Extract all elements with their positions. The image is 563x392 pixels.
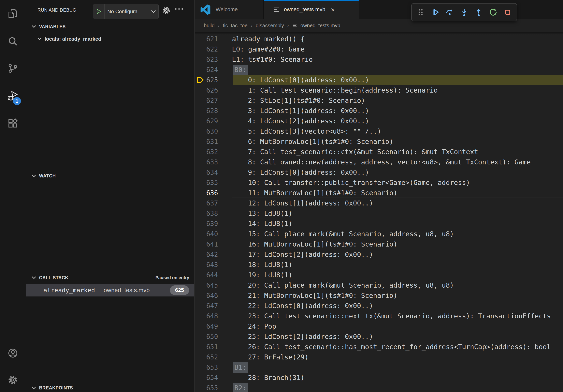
debug-settings-gear-icon[interactable]	[162, 6, 171, 15]
account-icon[interactable]	[7, 348, 18, 359]
gutter[interactable]: 622	[195, 44, 225, 54]
code-line-650[interactable]: 65025: LdConst[2](address: 0x00..)	[195, 331, 563, 342]
gutter[interactable]: 638	[195, 208, 225, 219]
code-editor[interactable]: 621already_marked() {622L0: game#2#0: Ga…	[195, 32, 563, 392]
line-number[interactable]: 651	[206, 343, 218, 351]
code-line-630[interactable]: 6305: LdConst[3](vector<u8>: "" /..)	[195, 126, 563, 136]
line-number[interactable]: 631	[206, 138, 218, 145]
gutter[interactable]: 621	[195, 34, 225, 44]
line-number[interactable]: 625	[206, 76, 218, 84]
tab-welcome[interactable]: Welcome	[195, 0, 264, 19]
code-line-646[interactable]: 64621: MutBorrowLoc[1](ts#1#0: Scenario)	[195, 290, 563, 301]
line-number[interactable]: 642	[206, 251, 218, 258]
code-line-644[interactable]: 64419: LdU8(1)	[195, 270, 563, 280]
code-line-653[interactable]: 653B1:	[195, 362, 563, 372]
line-number[interactable]: 635	[206, 179, 218, 186]
gutter[interactable]: 635	[195, 177, 225, 188]
code-line-623[interactable]: 623L1: ts#1#0: Scenario	[195, 54, 563, 65]
gutter[interactable]: 632	[195, 147, 225, 157]
gutter[interactable]: 628	[195, 105, 225, 116]
gutter[interactable]: 650	[195, 331, 225, 342]
code-line-624[interactable]: 624B0:	[195, 65, 563, 75]
gutter[interactable]: 630	[195, 126, 225, 136]
line-number[interactable]: 648	[206, 312, 218, 320]
gutter[interactable]: 652	[195, 352, 225, 362]
gutter[interactable]: 634	[195, 167, 225, 177]
code-line-625[interactable]: 6250: LdConst[0](address: 0x00..)	[195, 75, 563, 85]
gutter[interactable]: 641	[195, 239, 225, 249]
code-line-627[interactable]: 6272: StLoc[1](ts#1#0: Scenario)	[195, 95, 563, 105]
gutter[interactable]: 624	[195, 65, 225, 75]
step-over-button[interactable]	[444, 7, 455, 18]
continue-button[interactable]	[430, 7, 441, 18]
gutter[interactable]: 631	[195, 136, 225, 147]
line-number[interactable]: 652	[206, 353, 218, 361]
code-line-640[interactable]: 64015: Call place_mark(&mut Scenario, ad…	[195, 229, 563, 239]
code-line-641[interactable]: 64116: MutBorrowLoc[1](ts#1#0: Scenario)	[195, 239, 563, 249]
gutter[interactable]: 654	[195, 372, 225, 383]
breadcrumb-item[interactable]: build	[204, 23, 215, 29]
restart-button[interactable]	[488, 7, 499, 18]
code-line-628[interactable]: 6283: LdConst[1](address: 0x00..)	[195, 105, 563, 116]
code-line-633[interactable]: 6338: Call owned::new(address, address, …	[195, 157, 563, 167]
code-line-621[interactable]: 621already_marked() {	[195, 34, 563, 44]
code-line-622[interactable]: 622L0: game#2#0: Game	[195, 44, 563, 54]
line-number[interactable]: 622	[206, 45, 218, 53]
more-actions-icon[interactable]	[175, 8, 183, 10]
extensions-icon[interactable]	[7, 118, 18, 129]
code-line-643[interactable]: 64318: LdU8(1)	[195, 260, 563, 270]
code-line-651[interactable]: 65126: Call test_scenario::has_most_rece…	[195, 342, 563, 352]
gutter[interactable]: 655	[195, 383, 225, 392]
variables-section-header[interactable]: VARIABLES	[26, 22, 194, 31]
gutter[interactable]: 648	[195, 311, 225, 321]
gutter[interactable]: 653	[195, 362, 225, 372]
line-number[interactable]: 650	[206, 333, 218, 340]
gutter[interactable]: 644	[195, 270, 225, 280]
gutter[interactable]: 645	[195, 280, 225, 290]
close-icon[interactable]: ×	[331, 6, 335, 13]
watch-section-header[interactable]: WATCH	[26, 171, 194, 180]
line-number[interactable]: 645	[206, 281, 218, 289]
line-number[interactable]: 654	[206, 374, 218, 381]
code-line-648[interactable]: 64823: Call test_scenario::next_tx(&mut …	[195, 311, 563, 321]
line-number[interactable]: 644	[206, 271, 218, 279]
stop-button[interactable]	[502, 7, 513, 18]
code-line-655[interactable]: 655B2:	[195, 383, 563, 392]
gutter[interactable]: 643	[195, 260, 225, 270]
code-line-654[interactable]: 65428: Branch(31)	[195, 372, 563, 383]
line-number[interactable]: 628	[206, 107, 218, 115]
line-number[interactable]: 626	[206, 86, 218, 94]
code-line-629[interactable]: 6294: LdConst[2](address: 0x00..)	[195, 116, 563, 126]
code-line-637[interactable]: 63712: LdConst[1](address: 0x00..)	[195, 198, 563, 208]
start-debug-button[interactable]	[93, 4, 104, 19]
breadcrumb-item[interactable]: tic_tac_toe	[223, 23, 248, 29]
gutter[interactable]: 647	[195, 301, 225, 311]
line-number[interactable]: 627	[206, 97, 218, 105]
gutter[interactable]: 646	[195, 290, 225, 301]
line-number[interactable]: 621	[206, 35, 218, 43]
variables-scope-row[interactable]: locals: already_marked	[26, 34, 194, 44]
gutter[interactable]: 640	[195, 229, 225, 239]
code-line-649[interactable]: 64924: Pop	[195, 321, 563, 331]
settings-gear-icon[interactable]	[7, 374, 18, 385]
gutter[interactable]: 626	[195, 85, 225, 95]
launch-config-dropdown[interactable]: No Configura	[93, 4, 159, 19]
step-into-button[interactable]	[459, 7, 470, 18]
code-line-634[interactable]: 6349: LdConst[0](address: 0x00..)	[195, 167, 563, 177]
gutter[interactable]: 623	[195, 54, 225, 65]
code-line-632[interactable]: 6327: Call test_scenario::ctx(&mut Scena…	[195, 147, 563, 157]
code-line-631[interactable]: 6316: MutBorrowLoc[1](ts#1#0: Scenario)	[195, 136, 563, 147]
step-out-button[interactable]	[473, 7, 484, 18]
line-number[interactable]: 653	[206, 364, 218, 371]
code-line-639[interactable]: 63914: LdU8(1)	[195, 219, 563, 229]
breadcrumb-file[interactable]: owned_tests.mvb	[292, 23, 340, 29]
source-control-icon[interactable]	[7, 63, 18, 74]
code-line-636[interactable]: 63611: MutBorrowLoc[1](ts#1#0: Scenario)	[195, 188, 563, 198]
code-line-647[interactable]: 64722: LdConst[0](address: 0x00..)	[195, 301, 563, 311]
line-number[interactable]: 629	[206, 117, 218, 125]
code-line-635[interactable]: 63510: Call transfer::public_transfer<Ga…	[195, 177, 563, 188]
gutter[interactable]: 633	[195, 157, 225, 167]
code-line-645[interactable]: 64520: Call place_mark(&mut Scenario, ad…	[195, 280, 563, 290]
call-stack-section-header[interactable]: CALL STACK Paused on entry	[26, 273, 194, 282]
toolbar-drag-grip[interactable]	[415, 7, 426, 18]
